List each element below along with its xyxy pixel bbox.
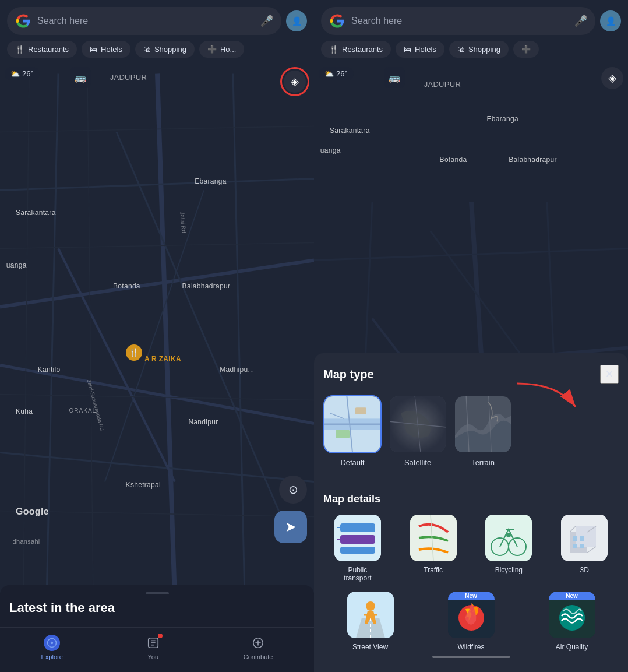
svg-rect-68 <box>573 544 577 548</box>
svg-rect-69 <box>580 544 584 548</box>
wildfires-new-badge: New <box>448 592 495 600</box>
you-badge <box>158 634 163 638</box>
google-logo-icon <box>15 13 31 29</box>
mic-icon-left[interactable]: 🎤 <box>260 15 273 27</box>
svg-rect-62 <box>576 526 596 547</box>
map-details-row1: Publictransport Traffic <box>323 515 619 582</box>
detail-wildfires[interactable]: New Wildfires <box>424 592 518 651</box>
location-button-left[interactable]: ⊙ <box>279 476 307 504</box>
divider <box>323 481 619 481</box>
place-balabhadrapur-right: Balabhadrapur <box>509 156 557 164</box>
contribute-label: Contribute <box>244 653 273 660</box>
you-label: You <box>147 653 158 660</box>
bottom-info-panel: Latest in the area <box>0 585 314 627</box>
traffic-thumbnail <box>410 515 457 561</box>
google-logo-icon-right <box>329 13 345 29</box>
hotels-icon-left: 🛏 <box>90 45 97 54</box>
search-box[interactable]: Search here 🎤 <box>7 7 281 35</box>
sheet-bottom-handle[interactable] <box>432 656 510 658</box>
detail-air-quality[interactable]: New Air Quality <box>525 592 619 651</box>
svg-point-59 <box>506 533 511 537</box>
layers-button-right[interactable]: ◈ <box>601 67 623 89</box>
place-google-left: Google <box>16 506 49 517</box>
bicycling-thumbnail <box>485 515 532 561</box>
airquality-label: Air Quality <box>556 643 588 651</box>
place-uanga-left: uanga <box>6 261 27 269</box>
map-type-terrain[interactable]: Terrain <box>454 395 512 467</box>
place-kshetrapal-left: Kshetrapal <box>126 481 161 489</box>
top-bar: Search here 🎤 👤 <box>0 0 314 38</box>
default-thumbnail <box>323 395 382 453</box>
satellite-label: Satellite <box>404 458 431 467</box>
road-label-jatni-left: Jatni Rd <box>179 212 188 234</box>
svg-rect-39 <box>355 407 366 414</box>
mic-icon-right[interactable]: 🎤 <box>574 15 587 27</box>
detail-street-view[interactable]: Street View <box>323 592 417 651</box>
streetview-thumbnail <box>347 592 394 638</box>
restaurant-pin-left[interactable]: 🍴 <box>126 344 142 361</box>
map-area-left[interactable]: ⛅ 26° 🚌 ◈ JADUPUR Sarakantara Ebaranga u… <box>0 62 314 585</box>
detail-bicycling[interactable]: Bicycling <box>475 515 544 582</box>
streetview-label: Street View <box>352 643 388 651</box>
place-kuha-left: Kuha <box>16 407 33 416</box>
contribute-icon <box>250 635 266 651</box>
terrain-label: Terrain <box>471 458 495 467</box>
traffic-label: Traffic <box>424 566 443 574</box>
explore-label: Explore <box>41 653 62 660</box>
road-label-sundarapada-left: Jatni-Sundarapada Rd <box>86 379 105 431</box>
map-type-satellite[interactable]: Satellite <box>389 395 447 467</box>
layers-button-left[interactable]: ◈ <box>284 71 306 93</box>
svg-rect-56 <box>485 515 532 561</box>
svg-point-17 <box>51 642 54 645</box>
place-botanda-left: Botanda <box>113 282 140 290</box>
navigation-button-left[interactable]: ➤ <box>274 511 307 543</box>
user-avatar-right[interactable]: 👤 <box>600 10 621 31</box>
place-nandipur-left: Nandipur <box>188 418 218 426</box>
filter-chip-hotels-left[interactable]: 🛏 Hotels <box>82 41 130 58</box>
place-kantilo-left: Kantilo <box>38 365 61 374</box>
place-botanda-right: Botanda <box>440 156 467 164</box>
place-ebaranga-left: Ebaranga <box>195 177 226 185</box>
filter-bar-left: 🍴 Restaurants 🛏 Hotels 🛍 Shopping ➕ Ho..… <box>0 38 314 62</box>
terrain-thumbnail <box>454 395 512 453</box>
search-box-right[interactable]: Search here 🎤 <box>321 7 595 35</box>
weather-badge-right: ⛅ 26° <box>319 67 354 80</box>
svg-rect-66 <box>573 536 577 541</box>
place-dhansahi-left: dhansahi <box>13 538 40 545</box>
left-map-panel: Search here 🎤 👤 🍴 Restaurants 🛏 Hotels 🛍… <box>0 0 314 672</box>
nav-item-explore[interactable]: Explore <box>29 632 74 663</box>
you-icon <box>145 635 161 651</box>
3d-label: 3D <box>580 566 588 574</box>
map-type-title: Map type <box>323 368 374 381</box>
filter-chip-more-left[interactable]: ➕ Ho... <box>199 41 244 58</box>
transport-thumbnail <box>334 515 381 561</box>
svg-point-73 <box>366 601 375 611</box>
detail-public-transport[interactable]: Publictransport <box>323 515 392 582</box>
filter-chip-shopping-right[interactable]: 🛍 Shopping <box>449 41 509 58</box>
nav-item-contribute[interactable]: Contribute <box>232 632 285 663</box>
filter-chip-hotels-right[interactable]: 🛏 Hotels <box>396 41 444 58</box>
weather-badge-left: ⛅ 26° <box>5 67 40 80</box>
nav-item-you[interactable]: You <box>133 632 173 663</box>
svg-rect-38 <box>336 430 350 438</box>
place-jadupur-left: JADUPUR <box>110 73 147 82</box>
filter-chip-shopping-left[interactable]: 🛍 Shopping <box>135 41 195 58</box>
map-type-default[interactable]: Default <box>323 395 382 467</box>
transit-button-right[interactable]: 🚌 <box>384 67 405 88</box>
layers-button-container-left: ◈ <box>280 67 309 96</box>
more-icon-left: ➕ <box>207 45 217 54</box>
place-sarakantara-left: Sarakantara <box>16 209 56 217</box>
transit-button-left[interactable]: 🚌 <box>70 67 91 88</box>
explore-icon <box>44 635 60 651</box>
wildfires-thumbnail: New <box>448 592 495 638</box>
bicycling-label: Bicycling <box>495 566 523 574</box>
filter-chip-more-right[interactable]: ➕ <box>513 41 539 58</box>
user-avatar-left[interactable]: 👤 <box>286 10 307 31</box>
shopping-icon-left: 🛍 <box>143 45 151 54</box>
detail-traffic[interactable]: Traffic <box>399 515 468 582</box>
drag-handle[interactable] <box>146 592 169 594</box>
close-button[interactable]: × <box>600 365 619 384</box>
filter-chip-restaurants-left[interactable]: 🍴 Restaurants <box>7 41 77 58</box>
detail-3d[interactable]: 3D <box>550 515 619 582</box>
filter-chip-restaurants-right[interactable]: 🍴 Restaurants <box>321 41 391 58</box>
